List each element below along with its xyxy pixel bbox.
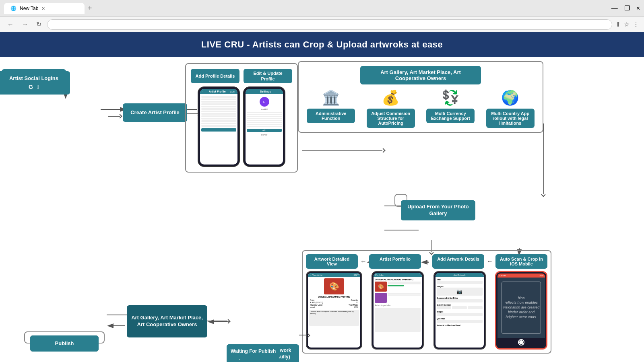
tab-close-btn[interactable]: × bbox=[41, 5, 45, 12]
header-banner: LIVE CRU - Artists can Crop & Upload art… bbox=[0, 32, 644, 57]
email-section: Received Email (Artwork Uploaded Success… bbox=[227, 344, 299, 348]
publish-btn[interactable]: Publish bbox=[30, 335, 99, 352]
tab-title: New Tab bbox=[20, 6, 38, 11]
adjust-item: 💰 Adjust Commision Structure for AutoPri… bbox=[367, 89, 415, 128]
diagram-area: Your Artist App Artist Social Logins G  bbox=[0, 57, 644, 362]
nav-icons: ⬆ ☆ ⋮ bbox=[615, 21, 639, 28]
social-logins-label: Artist Social Logins bbox=[9, 75, 58, 82]
pricing-icon: 💰 bbox=[382, 89, 400, 106]
world-icon: 🌍 bbox=[501, 89, 519, 106]
gallery-header: Art Gallery, Art Market Place, Art Coope… bbox=[360, 66, 481, 84]
address-bar[interactable] bbox=[47, 19, 612, 30]
currency-label: Multi Currency Exchange Support bbox=[426, 109, 475, 123]
artist-portfolio-label: Artist Portfolio bbox=[369, 254, 421, 269]
currency-item: 💱 Multi Currency Exchange Support bbox=[426, 89, 475, 123]
admin-label: Administrative Function bbox=[307, 109, 355, 123]
social-logins-box: Artist Social Logins G  bbox=[0, 71, 70, 95]
window-maximize[interactable]: ❐ bbox=[624, 4, 630, 12]
bookmark-icon[interactable]: ☆ bbox=[624, 21, 630, 28]
edit-update-btn: Edit & Update Profile bbox=[244, 69, 292, 83]
header-title: LIVE CRU - Artists can Crop & Upload art… bbox=[201, 39, 443, 49]
auto-scan-phone: CancelAdd hinareflects how enablesvision… bbox=[495, 271, 547, 350]
camera-upload-section: Take a Picture From your Camera Upload F… bbox=[394, 194, 407, 207]
menu-icon[interactable]: ⋮ bbox=[633, 21, 639, 28]
new-tab-btn[interactable]: + bbox=[88, 4, 92, 12]
create-profile-label: Create Artist Profile bbox=[130, 109, 180, 116]
page-content: LIVE CRU - Artists can Crop & Upload art… bbox=[0, 32, 644, 362]
refresh-btn[interactable]: ↻ bbox=[34, 20, 44, 29]
waiting-publish-btn: Waiting For Publish bbox=[227, 344, 280, 359]
upload-gallery-btn[interactable]: Upload From Your Photo Gallery bbox=[401, 200, 475, 220]
forward-btn[interactable]: → bbox=[19, 20, 31, 29]
add-artwork-phone: Add Artwork Title Images 📷 Suggested Art… bbox=[433, 271, 486, 350]
browser-nav: ← → ↻ ⬆ ☆ ⋮ bbox=[0, 17, 644, 32]
artwork-detail-phone: ← Your ArtistEDIT 🎨 ORIGINAL HANDMADE PA… bbox=[306, 271, 362, 350]
check-artwork-section: Check Artwork & Review Publish bbox=[24, 331, 105, 343]
window-minimize[interactable]: — bbox=[611, 5, 618, 12]
gallery-container: Art Gallery, Art Market Place, Art Coope… bbox=[298, 61, 543, 133]
window-close[interactable]: × bbox=[636, 5, 640, 12]
add-profile-btn: Add Profile Details bbox=[191, 69, 239, 83]
browser-chrome: 🌐 New Tab × + — ❐ × bbox=[0, 0, 644, 17]
adjust-label: Adjust Commision Structure for AutoPrici… bbox=[367, 109, 415, 128]
create-profile-box: Create Artist Profile bbox=[123, 103, 187, 122]
browser-tab[interactable]: 🌐 New Tab × bbox=[4, 3, 85, 14]
google-icon: G bbox=[29, 84, 33, 90]
apple-icon:  bbox=[37, 84, 39, 90]
add-artwork-label: Add Artwork Details bbox=[432, 254, 484, 269]
country-item: 🌍 Multi Country App rollout with legal l… bbox=[486, 89, 535, 128]
artwork-section: Artwork Detailed View ← Artist Portfolio… bbox=[302, 250, 551, 354]
phone-mockup-1: ←Artist ProfileEDIT bbox=[198, 86, 240, 167]
back-btn[interactable]: ← bbox=[5, 20, 16, 29]
admin-item: 🏛️ Administrative Function bbox=[307, 89, 355, 123]
artwork-detail-label: Artwork Detailed View bbox=[306, 254, 358, 269]
portfolio-phone: Portfolio ORIGINAL HANDMADE PAINTING 🎨 bbox=[372, 271, 424, 350]
country-label: Multi Country App rollout with legal lim… bbox=[486, 109, 535, 128]
gallery-icons-row: 🏛️ Administrative Function 💰 Adjust Comm… bbox=[303, 89, 539, 128]
currency-icon: 💱 bbox=[442, 89, 460, 106]
phone-mockup-2: ←Settings L liveARF bbox=[243, 86, 285, 167]
art-gallery-bottom-box: Art Gallery, Art Market Place, Art Coope… bbox=[127, 305, 207, 337]
tab-favicon: 🌐 bbox=[10, 6, 17, 11]
phone-section-container: Add Profile Details Edit & Update Profil… bbox=[185, 63, 298, 173]
share-icon[interactable]: ⬆ bbox=[615, 21, 621, 28]
auto-scan-label: Auto Scan & Crop in iOS Mobile bbox=[495, 254, 547, 269]
admin-icon: 🏛️ bbox=[322, 89, 340, 106]
